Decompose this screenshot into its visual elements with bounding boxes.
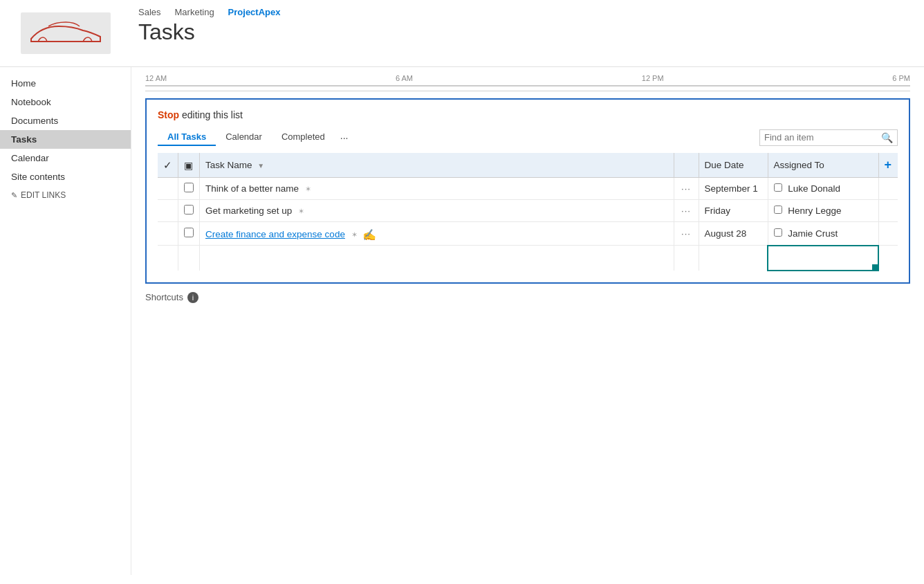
sidebar-item-home[interactable]: Home [0, 74, 131, 93]
new-row-assigned-cell[interactable] [768, 246, 878, 271]
tab-more-options[interactable]: ··· [335, 129, 354, 146]
row2-name-cell: Get marketing set up ✶ [200, 200, 674, 222]
row3-duedate-cell: August 28 [699, 222, 768, 246]
table-row: Create finance and expense code ✶ ✍ ··· … [158, 222, 898, 246]
nav-links: Sales Marketing ProjectApex [138, 7, 910, 17]
th-ellipsis [674, 153, 699, 178]
tab-completed[interactable]: Completed [272, 129, 335, 146]
row1-assignee-checkbox[interactable] [774, 183, 782, 192]
th-task-name[interactable]: Task Name ▼ [200, 153, 674, 178]
row1-check-cell [158, 178, 178, 200]
stop-editing-rest: editing this list [179, 109, 243, 120]
new-row-ellipsis-cell [674, 246, 699, 271]
row1-checkbox[interactable] [184, 183, 194, 192]
th-select-all[interactable]: ▣ [178, 153, 200, 178]
row1-checkbox-cell[interactable] [178, 178, 200, 200]
resize-handle[interactable] [872, 264, 878, 270]
table-row: Get marketing set up ✶ ··· Friday Henry … [158, 200, 898, 222]
list-container: Stop editing this list All Tasks Calenda… [145, 98, 910, 284]
row3-assignee-checkbox[interactable] [774, 228, 782, 237]
row1-assigned-cell: Luke Donald [768, 178, 878, 200]
row2-assignee-checkbox[interactable] [774, 206, 782, 214]
logo-area [0, 7, 131, 60]
nav-link-sales[interactable]: Sales [138, 7, 161, 17]
content-area: 12 AM 6 AM 12 PM 6 PM Stop editing this … [131, 67, 924, 575]
th-due-date[interactable]: Due Date [699, 153, 768, 178]
header-right: Sales Marketing ProjectApex Tasks [131, 7, 910, 44]
edit-links-label: EDIT LINKS [21, 190, 66, 200]
row3-checkbox-cell[interactable] [178, 222, 200, 246]
timeline-section: 12 AM 6 AM 12 PM 6 PM [145, 74, 910, 91]
row2-check-cell [158, 200, 178, 222]
th-checkmark: ✓ [158, 153, 178, 178]
th-add-column[interactable]: + [878, 153, 898, 178]
row2-duedate-cell: Friday [699, 200, 768, 222]
row1-gear-icon[interactable]: ✶ [305, 185, 311, 193]
row1-ellipsis-cell[interactable]: ··· [674, 178, 699, 200]
sidebar-item-site-contents[interactable]: Site contents [0, 167, 131, 186]
sidebar-item-tasks[interactable]: Tasks [0, 130, 131, 149]
nav-link-marketing[interactable]: Marketing [175, 7, 214, 17]
checkmark-icon: ✓ [163, 159, 172, 171]
row3-ellipsis-btn[interactable]: ··· [681, 228, 691, 239]
sidebar-edit-links[interactable]: ✎ EDIT LINKS [0, 186, 131, 204]
stop-text[interactable]: Stop [158, 109, 179, 120]
row3-gear-icon[interactable]: ✶ [351, 230, 358, 239]
info-icon[interactable]: i [187, 292, 198, 303]
row1-name-cell: Think of a better name ✶ [200, 178, 674, 200]
nav-link-projectapex[interactable]: ProjectApex [228, 7, 281, 17]
svg-rect-0 [21, 12, 111, 54]
page-title: Tasks [138, 20, 910, 44]
task-table: ✓ ▣ Task Name ▼ Due Date Assigned To [158, 153, 898, 271]
select-all-icon: ▣ [184, 160, 193, 171]
new-row-name-cell [200, 246, 674, 271]
row1-duedate-cell: September 1 [699, 178, 768, 200]
row1-assignee-name: Luke Donald [788, 183, 840, 194]
timeline-marker-6pm: 6 PM [892, 74, 910, 82]
tab-calendar[interactable]: Calendar [216, 129, 272, 146]
row3-assigned-cell: Jamie Crust [768, 222, 878, 246]
sort-arrow-icon: ▼ [257, 162, 264, 170]
sidebar-item-notebook[interactable]: Notebook [0, 93, 131, 111]
row2-ellipsis-cell[interactable]: ··· [674, 200, 699, 222]
th-assigned-to[interactable]: Assigned To [768, 153, 878, 178]
search-input[interactable] [764, 132, 881, 143]
row3-checkbox[interactable] [184, 228, 194, 237]
pencil-icon: ✎ [11, 191, 17, 200]
row2-checkbox-cell[interactable] [178, 200, 200, 222]
row3-name-cell: Create finance and expense code ✶ ✍ [200, 222, 674, 246]
timeline-marker-12pm: 12 PM [642, 74, 664, 82]
table-row: Think of a better name ✶ ··· September 1… [158, 178, 898, 200]
timeline-marker-6am: 6 AM [396, 74, 413, 82]
add-column-icon[interactable]: + [885, 158, 892, 172]
task-name-header-label: Task Name [205, 160, 252, 170]
tab-all-tasks[interactable]: All Tasks [158, 129, 216, 146]
new-row-checkbox-cell [178, 246, 200, 271]
search-icon[interactable]: 🔍 [881, 132, 893, 143]
sidebar-item-calendar[interactable]: Calendar [0, 149, 131, 167]
sidebar-item-documents[interactable]: Documents [0, 111, 131, 130]
row2-add-cell [878, 200, 898, 222]
row2-gear-icon[interactable]: ✶ [298, 207, 304, 215]
row2-ellipsis-btn[interactable]: ··· [681, 206, 691, 216]
search-box: 🔍 [759, 129, 898, 146]
shortcuts-footer: Shortcuts i [145, 292, 910, 303]
row3-add-cell [878, 222, 898, 246]
new-row-check-cell [158, 246, 178, 271]
row3-assignee-name: Jamie Crust [788, 228, 838, 239]
site-logo [21, 12, 111, 54]
row1-add-cell [878, 178, 898, 200]
top-header: Sales Marketing ProjectApex Tasks [0, 0, 924, 67]
shortcuts-label: Shortcuts [145, 292, 183, 302]
row3-ellipsis-cell[interactable]: ··· [674, 222, 699, 246]
view-tabs: All Tasks Calendar Completed ··· 🔍 [158, 129, 898, 146]
row2-assignee-name: Henry Legge [788, 206, 841, 216]
row2-checkbox[interactable] [184, 205, 194, 215]
sidebar: Home Notebook Documents Tasks Calendar S… [0, 67, 131, 575]
stop-editing-bar: Stop editing this list [158, 109, 898, 120]
row3-check-cell [158, 222, 178, 246]
row3-task-name-link[interactable]: Create finance and expense code [205, 229, 345, 239]
new-row-add-cell [878, 246, 898, 271]
row1-ellipsis-btn[interactable]: ··· [681, 183, 691, 194]
main-layout: Home Notebook Documents Tasks Calendar S… [0, 67, 924, 575]
